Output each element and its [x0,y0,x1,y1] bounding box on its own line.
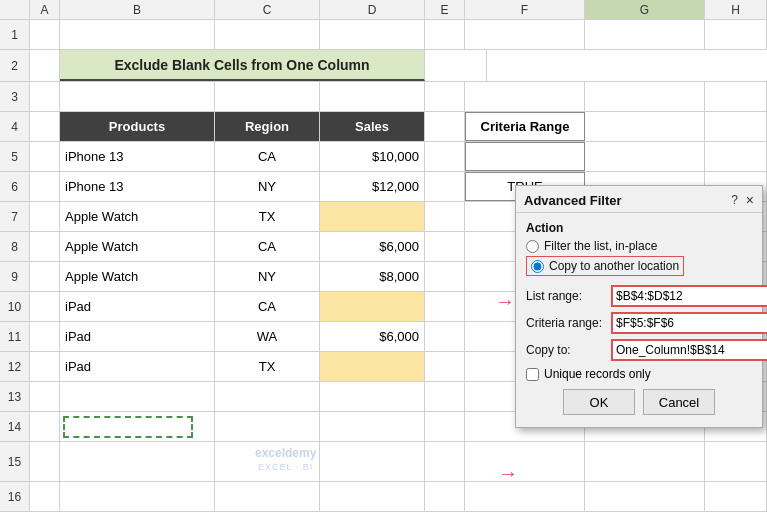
col-header-f: F [465,0,585,19]
copy-to-row: Copy to: ⇧ [526,339,752,361]
close-button[interactable]: × [746,192,754,208]
radio-filter-inplace[interactable] [526,240,539,253]
radio-copy-location-label: Copy to another location [549,259,679,273]
unique-records-label: Unique records only [544,367,651,381]
product-ipad-2: iPad [60,322,215,351]
radio-copy-location[interactable] [531,260,544,273]
col-header-h: H [705,0,767,19]
radio-row-copy: Copy to another location [526,256,684,276]
product-iphone13-2: iPhone 13 [60,172,215,201]
dialog-body: Action Filter the list, in-place Copy to… [516,213,762,427]
row-num-header [0,0,30,19]
dashed-selection-box [63,416,193,438]
list-range-label: List range: [526,289,611,303]
copy-to-input[interactable] [611,339,767,361]
product-applewatch-1: Apple Watch [60,202,215,231]
product-applewatch-3: Apple Watch [60,262,215,291]
col-sales-header: Sales [320,112,425,141]
action-label: Action [526,221,752,235]
cancel-button[interactable]: Cancel [643,389,715,415]
spreadsheet: A B C D E F G H 1 2 Exclude Blank Cells … [0,0,767,521]
product-ipad-3: iPad [60,352,215,381]
product-applewatch-2: Apple Watch [60,232,215,261]
arrow-copy-location: → [495,290,515,313]
criteria-range-input[interactable] [611,312,767,334]
dialog-titlebar: Advanced Filter ? × [516,186,762,213]
col-header-a: A [30,0,60,19]
col-region-header: Region [215,112,320,141]
help-button[interactable]: ? [731,193,738,207]
col-header-g: G [585,0,705,19]
row-16: 16 [0,482,767,512]
criteria-range-label: Criteria range: [526,316,611,330]
col-header-b: B [60,0,215,19]
criteria-range-header: Criteria Range [465,112,585,141]
col-products-header: Products [60,112,215,141]
col-header-c: C [215,0,320,19]
row-3: 3 [0,82,767,112]
arrow-ok-button: → [498,462,518,485]
unique-records-row: Unique records only [526,367,752,381]
radio-row-filter: Filter the list, in-place [526,239,752,253]
row-5: 5 iPhone 13 CA $10,000 [0,142,767,172]
row-2: 2 Exclude Blank Cells from One Column [0,50,767,82]
watermark-logo: exceldemy [255,446,316,462]
row-4: 4 Products Region Sales Criteria Range [0,112,767,142]
col-header-d: D [320,0,425,19]
dialog-actions: OK Cancel [526,389,752,419]
radio-group: Filter the list, in-place Copy to anothe… [526,239,752,279]
list-range-row: List range: ⇧ [526,285,752,307]
product-iphone13-1: iPhone 13 [60,142,215,171]
column-headers: A B C D E F G H [0,0,767,20]
unique-records-checkbox[interactable] [526,368,539,381]
list-range-input[interactable] [611,285,767,307]
criteria-range-row: Criteria range: ⇧ [526,312,752,334]
radio-filter-inplace-label: Filter the list, in-place [544,239,657,253]
row-15: 15 exceldemy EXCEL · BI [0,442,767,482]
dialog-controls: ? × [731,192,754,208]
copy-to-label: Copy to: [526,343,611,357]
watermark-subtitle: EXCEL · BI [255,462,316,474]
col-header-e: E [425,0,465,19]
ok-button[interactable]: OK [563,389,635,415]
product-ipad-1: iPad [60,292,215,321]
dialog-title: Advanced Filter [524,193,622,208]
advanced-filter-dialog: Advanced Filter ? × Action Filter the li… [515,185,763,428]
row-1: 1 [0,20,767,50]
